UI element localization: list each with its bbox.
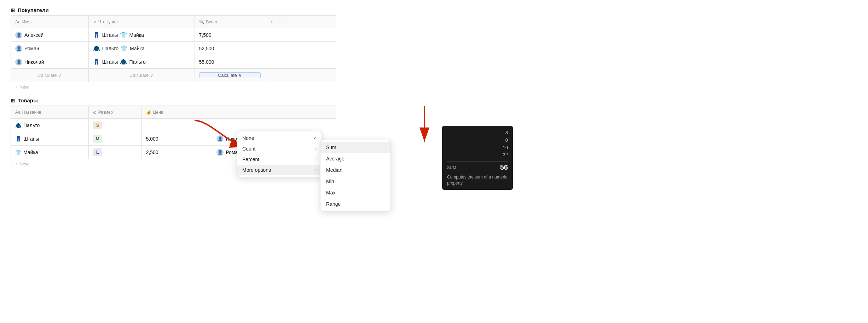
goods-row3-size[interactable]: L xyxy=(88,146,141,159)
menu-more-arrow: › xyxy=(315,168,317,172)
sum-tooltip: 8 0 16 32 SUM 56 Computes the sum of a n… xyxy=(442,126,513,190)
goods-person-icon-3: 👤 xyxy=(216,149,224,156)
size-badge-m: M xyxy=(93,135,102,143)
menu-item-more[interactable]: More options › xyxy=(237,165,322,175)
tooltip-description: Computes the sum of a numeric property. xyxy=(447,174,508,186)
goods-row2-size[interactable]: M xyxy=(88,132,141,146)
calc-chevron-1: ∨ xyxy=(58,73,62,78)
col-name-label: Имя xyxy=(22,19,30,24)
buyers-row2-total[interactable]: 52,500 xyxy=(195,42,265,55)
goods-row1-size[interactable]: S xyxy=(88,119,141,132)
sub-range-label: Range xyxy=(326,201,341,207)
menu-percent-label: Percent xyxy=(242,157,259,162)
buyers-table-icon: ⊞ xyxy=(11,7,15,13)
goods-emoji-2: 👖 xyxy=(15,136,21,142)
buyers-new-row-label: + New xyxy=(16,84,29,90)
menu-item-count[interactable]: Count › xyxy=(237,143,322,154)
buyers-row1-name[interactable]: 👤 Алексей xyxy=(11,28,89,42)
item-emoji-5: 👖 xyxy=(93,58,100,65)
buyers-calculate-row: Calculate ∨ Calculate ∨ Calculate xyxy=(11,69,336,82)
calc-label-2: Calculate xyxy=(129,73,149,78)
sub-item-average[interactable]: Average xyxy=(320,153,390,164)
person-icon-1: 👤 xyxy=(15,32,22,39)
goods-col-size-label: Размер xyxy=(98,110,113,115)
goods-row2-name[interactable]: 👖 Штаны xyxy=(11,132,89,146)
menu-more-label: More options xyxy=(242,167,271,173)
sub-item-max[interactable]: Max xyxy=(320,187,390,198)
goods-row1-price[interactable] xyxy=(141,119,212,132)
goods-row2-name-text: Штаны xyxy=(23,136,39,142)
col-total-label: Всего xyxy=(206,19,217,24)
goods-col-name[interactable]: Аа Название xyxy=(11,106,89,119)
menu-item-percent[interactable]: Percent › xyxy=(237,154,322,165)
menu-item-none[interactable]: None ✓ xyxy=(237,133,322,143)
page: ⊞ Покупатели Аа Имя ↗ Что купил xyxy=(0,0,868,323)
goods-row3-name-text: Майка xyxy=(23,149,38,155)
buyers-row3-items[interactable]: 👖 Штаны 🧥 Пальто xyxy=(88,55,195,69)
item-emoji-6: 🧥 xyxy=(120,58,127,65)
goods-person-icon-2: 👤 xyxy=(216,135,224,142)
sub-item-range[interactable]: Range xyxy=(320,198,390,210)
add-column-icon[interactable]: + xyxy=(270,19,273,25)
goods-row1-extra xyxy=(212,119,336,132)
goods-row3-name[interactable]: 👕 Майка xyxy=(11,146,89,159)
buyers-calc-name[interactable]: Calculate ∨ xyxy=(11,69,89,82)
goods-table-icon: ⊞ xyxy=(11,98,15,103)
buyers-row2-name-text: Роман xyxy=(24,46,39,51)
goods-emoji-3: 👕 xyxy=(15,149,21,155)
buyers-title-text: Покупатели xyxy=(18,7,49,13)
goods-new-row-label: + New xyxy=(16,161,29,166)
sub-item-sum[interactable]: Sum xyxy=(320,142,390,153)
item-emoji-1: 👖 xyxy=(93,32,100,38)
tooltip-val-2: 0 xyxy=(447,137,508,144)
buyers-row2-items[interactable]: 🧥 Пальто 👕 Майка xyxy=(88,42,195,55)
item-label-3: Пальто xyxy=(102,46,118,51)
buyers-row3-name[interactable]: 👤 Николай xyxy=(11,55,89,69)
buyers-row1-total[interactable]: 7,500 xyxy=(195,28,265,42)
col-header-what[interactable]: ↗ Что купил xyxy=(88,16,195,28)
sub-item-median[interactable]: Median xyxy=(320,164,390,176)
col-name-icon: Аа xyxy=(15,19,21,24)
size-badge-s: S xyxy=(93,121,102,129)
goods-col-price[interactable]: 💰 Цена xyxy=(141,106,212,119)
tooltip-val-4: 32 xyxy=(447,151,508,159)
goods-col-price-icon: 💰 xyxy=(146,110,151,115)
goods-col-size[interactable]: ⊙ Размер xyxy=(88,106,141,119)
sub-median-label: Median xyxy=(326,167,342,173)
more-options-dropdown: Sum Average Median Min Max Range xyxy=(320,140,391,211)
sub-sum-label: Sum xyxy=(326,144,336,150)
tooltip-val-1: 8 xyxy=(447,129,508,137)
goods-row3-price[interactable]: 2,500 xyxy=(141,146,212,159)
sub-item-min[interactable]: Min xyxy=(320,176,390,187)
more-columns-icon[interactable]: ··· xyxy=(278,19,281,24)
calc-label-1: Calculate xyxy=(37,73,57,78)
buyers-row1-items[interactable]: 👖 Штаны 👕 Майка xyxy=(88,28,195,42)
buyers-row-3: 👤 Николай 👖 Штаны 🧥 Пальто 55,00 xyxy=(11,55,336,69)
sub-min-label: Min xyxy=(326,178,334,184)
col-header-name[interactable]: Аа Имя xyxy=(11,16,89,28)
buyers-calc-what[interactable]: Calculate ∨ xyxy=(88,69,195,82)
buyers-row2-name[interactable]: 👤 Роман xyxy=(11,42,89,55)
buyers-row3-total[interactable]: 55,000 xyxy=(195,55,265,69)
goods-new-row-icon: + xyxy=(11,161,13,166)
col-what-icon: ↗ xyxy=(93,19,97,24)
col-header-add[interactable]: + ··· xyxy=(265,16,336,28)
goods-row2-price[interactable]: 5,000 xyxy=(141,132,212,146)
menu-none-check: ✓ xyxy=(313,136,317,141)
col-header-total[interactable]: 🔍 Всего xyxy=(195,16,265,28)
goods-col-size-icon: ⊙ xyxy=(93,110,97,115)
buyers-new-row-icon: + xyxy=(11,84,13,90)
buyers-section-title: ⊞ Покупатели xyxy=(11,7,857,13)
item-emoji-2: 👕 xyxy=(120,32,127,38)
buyers-new-row[interactable]: + + New xyxy=(11,82,336,92)
item-label-5: Штаны xyxy=(102,59,118,65)
sub-average-label: Average xyxy=(326,156,345,162)
item-emoji-3: 🧥 xyxy=(93,45,100,52)
buyers-section: ⊞ Покупатели Аа Имя ↗ Что купил xyxy=(11,7,857,92)
goods-emoji-1: 🧥 xyxy=(15,123,21,128)
goods-row1-name[interactable]: 🧥 Пальто xyxy=(11,119,89,132)
goods-col-name-icon: Аа xyxy=(15,110,21,115)
buyers-row-2: 👤 Роман 🧥 Пальто 👕 Майка 52,500 xyxy=(11,42,336,55)
buyers-calc-total[interactable]: Calculate ∨ xyxy=(195,69,265,82)
buyers-row1-name-text: Алексей xyxy=(24,32,44,38)
